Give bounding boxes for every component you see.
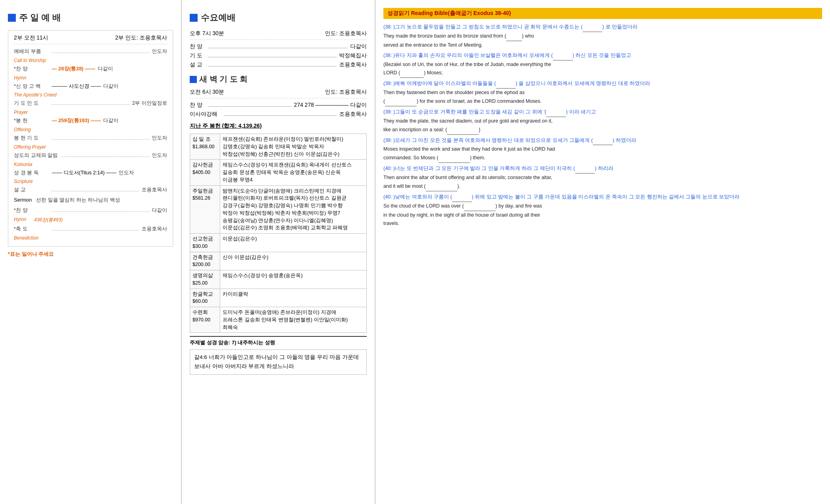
- bible-ko-5: (39: )모세가 그 마친 모든 것을 본즉 여호와께서 명령하신 대로 되었…: [383, 138, 593, 143]
- bible-ko-6: (40: )너는 또 번제단과 그 모든 기구에 발라 그 안을 거룩하게 하라…: [383, 166, 575, 171]
- worship-label-creed: *신 앙 고 백: [14, 82, 49, 91]
- left-title: 주 일 예 배: [19, 12, 61, 24]
- dots-ofprayer: [52, 139, 149, 140]
- blank-1: [583, 23, 602, 32]
- worship-label-offering: *봉 헌: [14, 117, 49, 125]
- bible-ko-2b: ) 하신 모든 것을 만들었고: [573, 53, 631, 58]
- bible-en-4: LORD ( ) Moses;: [383, 69, 822, 78]
- contrib-label-life: 생명의삶$25.00: [190, 270, 220, 289]
- dots-koinonia: [60, 157, 149, 157]
- juge-title: 주제별 성경 암송: 7) 내주하시는 성령: [190, 336, 367, 346]
- mid-section-title: 수요예배: [190, 12, 367, 24]
- bible-en-5: Then they fastened them on the shoulder …: [383, 89, 822, 97]
- saebek-row-isaiah: 이사야강해 조용호목사: [190, 111, 367, 118]
- sermon-label: Sermon: [14, 196, 36, 204]
- su-label-chan: 찬 양: [190, 43, 206, 50]
- worship-row-hymn1: *찬 양 — 28장(통28) —— 다같이: [14, 65, 167, 73]
- contrib-content-sunday: 밤맨치(도순아) 단글머(송영애) 크리스틴메인 지경애랜디몰턴(이화자) 로버…: [220, 185, 367, 234]
- saebek-time-right: 인도: 조용호목사: [325, 89, 367, 96]
- dots-prayer: [52, 104, 130, 105]
- su-row-seol: 설 교 조용호목사: [190, 61, 367, 68]
- contrib-row-mission: 선교헌금$30.00 이문섭(김은수): [190, 234, 367, 252]
- worship-right-scripture: 인도자: [119, 169, 134, 177]
- worship-label-hymn1: *찬 양: [14, 65, 49, 73]
- worship-right-offering: 다같이: [103, 117, 119, 125]
- worship-label-scripture: 성 경 봉 독: [14, 169, 49, 177]
- bible-ko-1: (38: )그가 놋으로 물두멍을 만들고 그 받침도 놋으로 하였으니 곧 회…: [383, 24, 583, 30]
- bible-line-6: (40: )너는 또 번제단과 그 모든 기구에 발라 그 안을 거룩하게 하라…: [383, 164, 822, 174]
- right-title-ref: (출애굽기 Exodus 38-40): [448, 10, 511, 16]
- dots-hymn2: [52, 211, 149, 212]
- worship-right-creed: 다같이: [103, 82, 119, 91]
- worship-right-koinonia: 인도자: [152, 151, 167, 160]
- worship-row-ofprayer: 봉 헌 기 도 인도자: [14, 134, 167, 142]
- worship-label-ofprayer: 봉 헌 기 도: [14, 134, 49, 142]
- bible-en-11: Then anoint the altar of burnt offering …: [383, 174, 822, 182]
- worship-row-koinonia: 성도의 교제와 알림 인도자: [14, 151, 167, 160]
- worship-label-call: 예배의 부름: [14, 47, 49, 56]
- dots-sermon: [52, 191, 139, 191]
- bible-ko-4: (39: )그들이 또 순금으로 거룩한 패를 만들고 도장을 새김 같이 그 …: [383, 109, 546, 115]
- contrib-row-building: 건축헌금$200.00 신아 이문섭(김은수): [190, 252, 367, 270]
- blue-box-icon: [8, 14, 16, 22]
- su-label-gido: 기 도: [190, 52, 206, 59]
- bible-en-9: Moses inspected the work and saw that th…: [383, 145, 822, 154]
- mid-column: 수요예배 오후 7시 30분 인도: 조용호목사 찬 양 다같이 기 도 박정혜…: [182, 0, 375, 504]
- contrib-label-korean: 한글학교$60.00: [190, 289, 220, 307]
- contrib-content-life: 제임스수스(경성수) 송영훈(송은옥): [220, 270, 367, 289]
- blank-en-12: [426, 182, 457, 191]
- contrib-content-tithe: 제프잰샌(김숙희) 존브라운(이정이) 멀빈로러(박철미)강명호(강명숙) 길송…: [220, 134, 367, 160]
- blank-en-8: [447, 126, 479, 135]
- su-right-gido: 박정혜집사: [339, 52, 367, 59]
- su-time-row: 오후 7시 30분 인도: 조용호목사: [190, 30, 367, 40]
- bible-en-13: So the cloud of the LORD was over ( ) by…: [383, 202, 822, 211]
- su-dots-gido: [208, 57, 337, 57]
- su-right-chan: 다같이: [350, 43, 367, 50]
- blank-2: [553, 51, 573, 60]
- bible-ko-4b: ) 이라 새기고: [566, 109, 596, 115]
- su-time: 오후 7시 30분: [190, 30, 224, 37]
- worship-right-ofprayer: 인도자: [152, 134, 167, 142]
- worship-row-creed: *신 앙 고 백 ——— 사도신경 —— 다같이: [14, 82, 167, 91]
- su-dots-seol: [208, 66, 337, 66]
- worship-right-hymn2: 다같이: [152, 206, 167, 215]
- contrib-content-retreat: 도미닉주 돈올머(송영애) 존브라운(이정이) 지경애프레스톤 길송희 민태옥 …: [220, 307, 367, 333]
- right-column: 성경읽기 Reading Bible(출애굽기 Exodus 38-40) (3…: [375, 0, 830, 504]
- blank-en-4: [400, 69, 424, 78]
- contrib-row-retreat: 수련회$970.00 도미닉주 돈올머(송영애) 존브라운(이정이) 지경애프레…: [190, 307, 367, 333]
- time-row: 2부 오전 11시 2부 인도: 조용호목사: [14, 34, 167, 44]
- su-row-gido: 기 도 박정혜집사: [190, 52, 367, 59]
- blank-en-6: [385, 97, 417, 106]
- bible-en-3: (Bezalel son of Uri, the son of Hur, of …: [383, 60, 822, 69]
- dots-call: [52, 53, 149, 53]
- blank-4: [546, 108, 566, 117]
- bible-ko-3: (39: )예복 어깨받이에 달아 이스라엘의 아들들을 (: [383, 81, 496, 86]
- bible-en-15: travels.: [383, 219, 822, 228]
- bible-line-5: (39: )모세가 그 마친 모든 것을 본즉 여호와께서 명령하신 대로 되었…: [383, 136, 822, 145]
- su-row-chan: 찬 양 다같이: [190, 43, 367, 50]
- scripture-center: —— 디도서(Titus 2:14) ——: [52, 169, 116, 177]
- bible-ko-5b: ) 하였더라: [613, 138, 636, 143]
- worship-right-benediction: 조용호목사: [141, 225, 167, 233]
- worship-label-benediction: *축 도: [14, 225, 49, 233]
- sub-koinonia: Koinonia: [14, 162, 167, 167]
- su-right-seol: 조용호목사: [339, 61, 367, 68]
- bible-en-14: in the cloud by night, in the sight of a…: [383, 211, 822, 220]
- sub-creed: The Apostle's Creed: [14, 92, 167, 98]
- left-column: 주 일 예 배 2부 오전 11시 2부 인도: 조용호목사 예배의 부름 인도…: [0, 0, 182, 504]
- contrib-table: 십 일 조$1,868.00 제프잰샌(김숙희) 존브라운(이정이) 멀빈로러(…: [190, 134, 367, 333]
- creed-center: ——— 사도신경 ——: [52, 82, 101, 91]
- bible-ko-2: (38: )유다 지파 훌의 손자요 우리의 아들인 브살렐은 여호와께서 모세…: [383, 53, 553, 58]
- saebek-label-chan: 찬 양: [190, 102, 206, 109]
- contrib-row-korean: 한글학교$60.00 카이리클락: [190, 289, 367, 307]
- bible-en-1: They made the bronze basin and its bronz…: [383, 32, 822, 41]
- contrib-label-mission: 선교헌금$30.00: [190, 234, 220, 252]
- worship-label-prayer: 기 도 인 도: [14, 99, 49, 108]
- verse-box: 갈4:6 너희가 아들인고로 하나님이 그 아들의 영을 우리 마음 가운데 보…: [190, 349, 367, 375]
- blank-6: [575, 164, 595, 174]
- bible-line-4: (39: )그들이 또 순금으로 거룩한 패를 만들고 도장을 새김 같이 그 …: [383, 108, 822, 117]
- worship-right-call: 인도자: [152, 47, 167, 56]
- mid-title: 수요예배: [201, 12, 236, 24]
- saebek-title: 새 벽 기 도 회: [190, 74, 367, 85]
- bible-line-3: (39: )예복 어깨받이에 달아 이스라엘의 아들들을 ( ) 을 삼았으니 …: [383, 79, 822, 89]
